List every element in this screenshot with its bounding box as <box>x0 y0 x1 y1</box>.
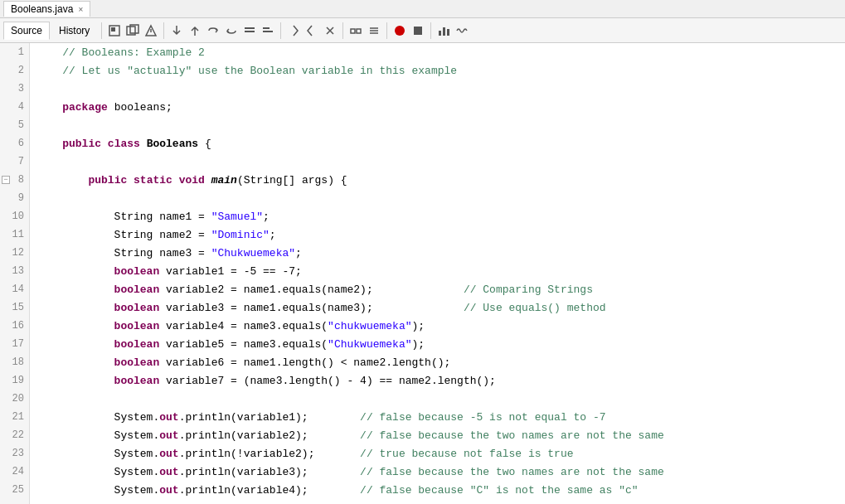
token-normal: variable3 = name1.equals(name3); <box>159 302 372 314</box>
tab-label: Booleans.java <box>11 3 73 15</box>
toolbar-btn-2[interactable] <box>124 22 141 39</box>
token-keyword: class <box>108 138 140 150</box>
token-normal: (String[] args) { <box>237 174 347 187</box>
token-keyword: out <box>159 411 178 424</box>
line-number-4: 4 <box>0 98 29 116</box>
svg-rect-16 <box>447 29 449 36</box>
toolbar-btn-1[interactable] <box>106 22 123 39</box>
token-comment: // false because the two names are not t… <box>308 466 664 478</box>
svg-rect-1 <box>111 27 115 32</box>
toolbar-btn-stop[interactable] <box>391 22 408 39</box>
token-keyword: out <box>159 448 178 460</box>
line-number-7: 7 <box>0 153 29 171</box>
code-line-6: public class Booleans { <box>36 134 838 153</box>
line-number-9: 9 <box>0 189 29 207</box>
code-line-4: package booleans; <box>36 98 838 116</box>
token-normal: System. <box>36 466 159 478</box>
token-normal <box>205 174 211 187</box>
token-normal: .println(variable1); <box>179 411 308 424</box>
token-normal: ; <box>295 247 302 259</box>
token-normal: System. <box>36 429 159 442</box>
token-keyword: out <box>159 484 178 497</box>
token-normal: String name2 = <box>36 229 211 241</box>
code-line-24: System.out.println(variable3); // false … <box>36 463 838 481</box>
toolbar-btn-13[interactable] <box>347 22 364 39</box>
code-line-7 <box>36 153 838 171</box>
fold-marker-8[interactable]: − <box>2 176 10 184</box>
svg-rect-9 <box>263 31 273 32</box>
token-keyword: boolean <box>36 302 159 314</box>
token-normal: { <box>198 138 211 150</box>
token-comment: // Booleans: Example 2 <box>36 46 205 59</box>
line-number-19: 19 <box>0 371 29 390</box>
history-tab[interactable]: History <box>51 22 97 40</box>
token-normal: ); <box>412 320 425 332</box>
toolbar-btn-square[interactable] <box>410 22 426 39</box>
token-keyword: boolean <box>36 265 159 278</box>
code-line-23: System.out.println(!variable2); // true … <box>36 444 838 463</box>
toolbar-btn-3[interactable] <box>143 22 159 39</box>
code-line-14: boolean variable2 = name1.equals(name2);… <box>36 280 838 298</box>
token-normal: booleans; <box>108 101 172 114</box>
svg-point-12 <box>395 26 405 36</box>
toolbar-separator-3 <box>280 22 281 39</box>
code-line-17: boolean variable5 = name3.equals("Chukwu… <box>36 335 838 353</box>
toolbar-btn-12[interactable] <box>322 22 338 39</box>
token-comment: // Let us "actually" use the Boolean var… <box>36 65 457 77</box>
file-tab[interactable]: Booleans.java × <box>3 1 90 17</box>
code-line-11: String name2 = "Dominic"; <box>36 225 838 244</box>
token-normal: System. <box>36 411 159 424</box>
token-normal: String name3 = <box>36 247 211 259</box>
code-line-22: System.out.println(variable2); // false … <box>36 426 838 444</box>
token-keyword: boolean <box>36 356 159 369</box>
token-normal <box>140 138 147 150</box>
toolbar-btn-4[interactable] <box>168 22 185 39</box>
token-normal: ; <box>270 229 276 241</box>
svg-rect-10 <box>351 29 355 33</box>
token-keyword: boolean <box>36 284 159 296</box>
token-normal: String name1 = <box>36 211 211 223</box>
toolbar-btn-7[interactable] <box>223 22 240 39</box>
token-normal: ; <box>263 211 270 223</box>
token-normal: variable2 = name1.equals(name2); <box>159 284 372 296</box>
token-string: "Dominic" <box>211 229 270 241</box>
code-area[interactable]: // Booleans: Example 2 // Let us "actual… <box>30 43 845 504</box>
line-number-6: 6 <box>0 134 29 153</box>
token-normal: .println(!variable2); <box>179 448 315 460</box>
code-editor: 1234567−89101112131415161718192021222324… <box>0 43 845 504</box>
toolbar-separator-6 <box>430 22 431 39</box>
token-keyword: out <box>159 429 178 442</box>
code-line-19: boolean variable7 = (name3.length() - 4)… <box>36 371 838 390</box>
code-line-15: boolean variable3 = name1.equals(name3);… <box>36 298 838 317</box>
svg-rect-7 <box>245 31 255 32</box>
line-number-16: 16 <box>0 317 29 335</box>
code-line-1: // Booleans: Example 2 <box>36 43 838 61</box>
token-keyword: boolean <box>36 320 159 332</box>
svg-rect-6 <box>245 27 255 29</box>
line-number-13: 13 <box>0 262 29 280</box>
token-keyword: boolean <box>36 375 159 387</box>
source-tab[interactable]: Source <box>3 22 50 40</box>
toolbar-btn-6[interactable] <box>205 22 221 39</box>
svg-rect-8 <box>263 27 270 29</box>
toolbar-btn-8[interactable] <box>241 22 258 39</box>
line-number-5: 5 <box>0 116 29 134</box>
token-normal <box>127 174 134 187</box>
toolbar: Source History <box>0 18 845 43</box>
toolbar-btn-14[interactable] <box>366 22 382 39</box>
tab-close-icon[interactable]: × <box>78 5 83 14</box>
line-number-18: 18 <box>0 353 29 371</box>
toolbar-btn-9[interactable] <box>260 22 276 39</box>
token-comment: // true because not false is true <box>314 448 573 460</box>
line-number-2: 2 <box>0 61 29 80</box>
token-normal: .println(variable4); <box>179 484 308 497</box>
toolbar-btn-11[interactable] <box>304 22 320 39</box>
token-normal: variable1 = -5 == -7; <box>159 265 302 278</box>
toolbar-btn-chart[interactable] <box>435 22 452 39</box>
token-comment: // Comparing Strings <box>373 284 593 296</box>
token-normal: System. <box>36 484 159 497</box>
toolbar-btn-10[interactable] <box>285 22 302 39</box>
toolbar-btn-5[interactable] <box>187 22 203 39</box>
toolbar-btn-wave[interactable] <box>454 22 470 39</box>
code-line-5 <box>36 116 838 134</box>
